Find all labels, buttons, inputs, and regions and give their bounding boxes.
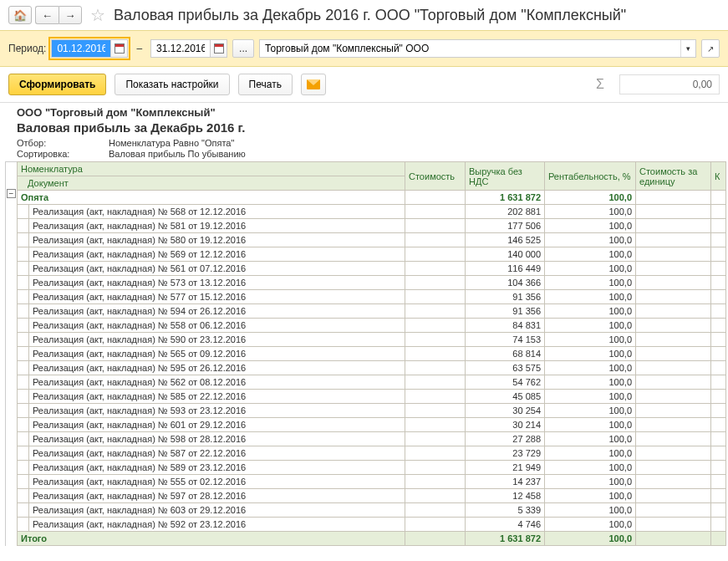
organization-dropdown-icon[interactable]: ▾ (680, 40, 695, 57)
home-button[interactable]: 🏠 (8, 6, 32, 24)
revenue-cell: 74 153 (466, 333, 545, 347)
group-name: Опята (18, 191, 405, 205)
table-row[interactable]: Реализация (акт, накладная) № 587 от 22.… (18, 446, 726, 461)
total-rent: 100,0 (545, 532, 636, 546)
cell (711, 191, 726, 205)
cell (636, 319, 711, 333)
sum-symbol: Σ (589, 77, 611, 92)
cell (405, 290, 466, 304)
cell (405, 404, 466, 418)
back-button[interactable]: ← (35, 6, 59, 24)
date-to-input[interactable] (151, 40, 210, 57)
doc-cell: Реализация (акт, накладная) № 603 от 29.… (29, 503, 405, 518)
cell (711, 446, 726, 461)
cell (405, 418, 466, 432)
col-nomenclature: Номенклатура (18, 162, 405, 176)
calendar-from-button[interactable] (110, 40, 127, 57)
cell (18, 489, 29, 503)
cell (405, 446, 466, 461)
doc-cell: Реализация (акт, накладная) № 597 от 28.… (29, 489, 405, 503)
table-row[interactable]: Реализация (акт, накладная) № 568 от 12.… (18, 205, 726, 219)
date-to-box[interactable] (150, 39, 227, 58)
cell (711, 375, 726, 390)
cell (405, 304, 466, 319)
sum-value: 0,00 (619, 74, 720, 94)
calendar-to-button[interactable] (210, 40, 227, 57)
date-from-box[interactable] (51, 39, 128, 58)
revenue-cell: 91 356 (466, 304, 545, 319)
cell (711, 390, 726, 404)
table-row[interactable]: Реализация (акт, накладная) № 592 от 23.… (18, 518, 726, 532)
cell (405, 333, 466, 347)
table-row[interactable]: Реализация (акт, накладная) № 603 от 29.… (18, 503, 726, 518)
table-row[interactable]: Реализация (акт, накладная) № 597 от 28.… (18, 489, 726, 503)
revenue-cell: 14 237 (466, 475, 545, 489)
organization-open-button[interactable]: ↗ (701, 39, 720, 58)
table-row[interactable]: Реализация (акт, накладная) № 593 от 23.… (18, 404, 726, 418)
table-row[interactable]: Реализация (акт, накладная) № 585 от 22.… (18, 390, 726, 404)
revenue-cell: 54 762 (466, 375, 545, 390)
organization-select[interactable]: ▾ (259, 39, 696, 58)
rent-cell: 100,0 (545, 518, 636, 532)
table-row[interactable]: Реализация (акт, накладная) № 558 от 06.… (18, 319, 726, 333)
table-row[interactable]: Реализация (акт, накладная) № 598 от 28.… (18, 432, 726, 446)
doc-cell: Реализация (акт, накладная) № 569 от 12.… (29, 247, 405, 262)
cell (405, 191, 466, 205)
print-button[interactable]: Печать (238, 74, 293, 95)
table-row[interactable]: Реализация (акт, накладная) № 569 от 12.… (18, 247, 726, 262)
revenue-cell: 104 366 (466, 276, 545, 290)
date-from-input[interactable] (52, 40, 110, 57)
cell (711, 347, 726, 361)
table-row[interactable]: Реализация (акт, накладная) № 562 от 08.… (18, 375, 726, 390)
cell (18, 247, 29, 262)
revenue-cell: 84 831 (466, 319, 545, 333)
period-label: Период: (8, 43, 46, 54)
calendar-icon (214, 43, 224, 54)
cell (18, 390, 29, 404)
period-select-button[interactable]: ... (232, 39, 254, 58)
revenue-cell: 45 085 (466, 390, 545, 404)
cell (18, 418, 29, 432)
table-row[interactable]: Реализация (акт, накладная) № 589 от 23.… (18, 461, 726, 475)
table-row[interactable]: Реализация (акт, накладная) № 555 от 02.… (18, 475, 726, 489)
cell (711, 503, 726, 518)
table-row[interactable]: Реализация (акт, накладная) № 561 от 07.… (18, 262, 726, 276)
table-row[interactable]: Реализация (акт, накладная) № 573 от 13.… (18, 276, 726, 290)
cell (18, 461, 29, 475)
table-row[interactable]: Реализация (акт, накладная) № 601 от 29.… (18, 418, 726, 432)
cell (636, 432, 711, 446)
table-row[interactable]: Реализация (акт, накладная) № 580 от 19.… (18, 233, 726, 247)
table-row[interactable]: Опята1 631 872100,0 (18, 191, 726, 205)
email-button[interactable] (301, 74, 326, 95)
tree-collapse-button[interactable]: − (7, 189, 16, 198)
doc-cell: Реализация (акт, накладная) № 585 от 22.… (29, 390, 405, 404)
cell (711, 361, 726, 375)
cell (711, 247, 726, 262)
table-row[interactable]: Реализация (акт, накладная) № 595 от 26.… (18, 361, 726, 375)
table-row[interactable]: Реализация (акт, накладная) № 565 от 09.… (18, 347, 726, 361)
generate-button[interactable]: Сформировать (8, 74, 106, 95)
cell (711, 489, 726, 503)
sort-label: Сортировка: (17, 149, 109, 159)
cell (636, 475, 711, 489)
revenue-cell: 146 525 (466, 233, 545, 247)
doc-cell: Реализация (акт, накладная) № 581 от 19.… (29, 219, 405, 233)
organization-input[interactable] (260, 40, 680, 57)
favorite-icon[interactable]: ☆ (90, 5, 105, 25)
table-row[interactable]: Реализация (акт, накладная) № 594 от 26.… (18, 304, 726, 319)
table-row[interactable]: Реализация (акт, накладная) № 581 от 19.… (18, 219, 726, 233)
cell (405, 247, 466, 262)
revenue-cell: 30 254 (466, 404, 545, 418)
cell (636, 219, 711, 233)
table-row[interactable]: Реализация (акт, накладная) № 577 от 15.… (18, 290, 726, 304)
doc-cell: Реализация (акт, накладная) № 594 от 26.… (29, 304, 405, 319)
cell (636, 518, 711, 532)
doc-cell: Реализация (акт, накладная) № 587 от 22.… (29, 446, 405, 461)
table-row[interactable]: Итого1 631 872100,0 (18, 532, 726, 546)
table-row[interactable]: Реализация (акт, накладная) № 590 от 23.… (18, 333, 726, 347)
rent-cell: 100,0 (545, 233, 636, 247)
show-settings-button[interactable]: Показать настройки (115, 74, 229, 95)
forward-button[interactable]: → (59, 6, 82, 24)
cell (405, 489, 466, 503)
cell (18, 404, 29, 418)
